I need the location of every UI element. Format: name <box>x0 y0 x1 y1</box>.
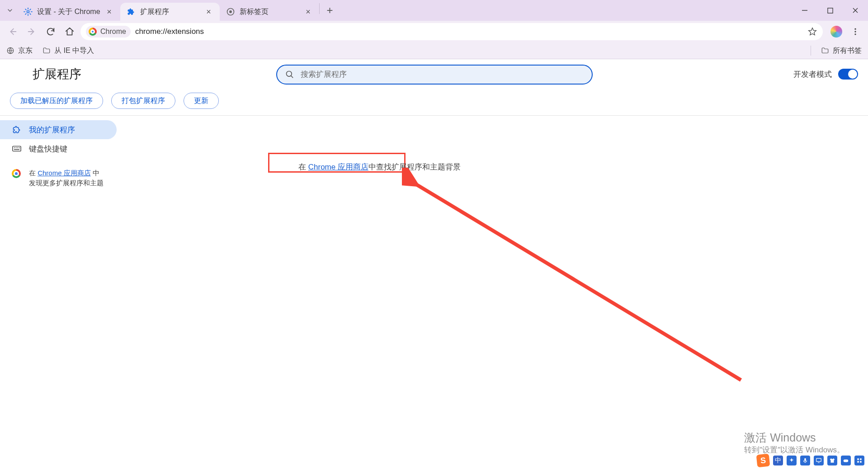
update-extensions-button[interactable]: 更新 <box>184 93 219 109</box>
tab-separator <box>319 3 320 14</box>
arrow-left-icon <box>8 27 18 37</box>
window-maximize-button[interactable] <box>817 1 843 19</box>
gamepad-icon <box>843 457 849 464</box>
tshirt-icon <box>829 457 835 464</box>
ime-language-button[interactable]: 中 <box>773 456 783 465</box>
bookmark-label: 京东 <box>18 46 33 56</box>
bookmarks-separator <box>811 46 811 56</box>
chrome-webstore-link[interactable]: Chrome 应用商店 <box>308 163 368 171</box>
tab-close-button[interactable]: × <box>304 7 313 16</box>
extensions-search-field[interactable] <box>276 65 593 85</box>
extensions-search-input[interactable] <box>300 70 584 80</box>
svg-point-0 <box>27 11 29 13</box>
tray-display-icon[interactable] <box>814 456 824 465</box>
puzzle-piece-icon <box>12 125 22 135</box>
tab-settings-about-chrome[interactable]: 设置 - 关于 Chrome × <box>17 3 120 21</box>
minimize-icon <box>802 7 808 14</box>
bookmarks-bar: 京东 从 IE 中导入 所有书签 <box>0 42 868 59</box>
svg-point-6 <box>854 33 856 35</box>
gear-icon <box>24 7 33 16</box>
developer-mode-label: 开发者模式 <box>793 69 832 80</box>
keyboard-icon <box>12 144 22 154</box>
svg-rect-9 <box>13 146 21 151</box>
svg-line-10 <box>411 181 741 380</box>
tab-title: 扩展程序 <box>140 7 200 17</box>
tray-grid-icon[interactable] <box>854 456 864 465</box>
chrome-logo-icon <box>10 67 24 81</box>
load-unpacked-button[interactable]: 加载已解压的扩展程序 <box>10 93 103 109</box>
tab-extensions[interactable]: 扩展程序 × <box>120 3 220 21</box>
tab-close-button[interactable]: × <box>105 7 114 16</box>
puzzle-piece-icon <box>127 7 136 16</box>
pack-extension-button[interactable]: 打包扩展程序 <box>111 93 175 109</box>
tabs-container: 设置 - 关于 Chrome × 扩展程序 × 新标签页 × + <box>17 0 338 21</box>
bookmark-star-button[interactable] <box>807 27 817 37</box>
extensions-content: 在 Chrome 应用商店中查找扩展程序和主题背景 <box>117 116 868 188</box>
chrome-newtab-icon <box>226 7 235 16</box>
profile-avatar-button[interactable] <box>828 24 844 40</box>
extensions-sidebar: 我的扩展程序 键盘快捷键 在 Chrome 应用商店 中发现更多扩展程序和主题 <box>0 116 117 188</box>
arrow-right-icon <box>27 27 37 37</box>
chevron-down-icon <box>6 7 14 14</box>
sparkle-icon <box>788 457 795 464</box>
developer-mode-toggle-row: 开发者模式 <box>793 59 858 89</box>
tray-mic-icon[interactable] <box>800 456 810 465</box>
sidebar-item-label: 键盘快捷键 <box>29 144 67 154</box>
bookmark-folder-ie-import[interactable]: 从 IE 中导入 <box>42 46 94 56</box>
omnibox-url: chrome://extensions <box>135 27 204 36</box>
svg-rect-15 <box>860 458 862 460</box>
home-icon <box>65 27 75 37</box>
omnibox[interactable]: Chrome chrome://extensions <box>80 23 823 40</box>
folder-icon <box>821 47 829 55</box>
svg-rect-13 <box>844 460 849 462</box>
browser-menu-button[interactable] <box>847 24 863 40</box>
chrome-webstore-link[interactable]: Chrome 应用商店 <box>38 169 91 177</box>
svg-rect-17 <box>860 461 862 463</box>
chrome-icon <box>89 28 97 36</box>
svg-point-5 <box>854 31 856 32</box>
sidebar-item-keyboard-shortcuts[interactable]: 键盘快捷键 <box>0 139 117 158</box>
nav-reload-button[interactable] <box>42 24 59 40</box>
tray-icon[interactable] <box>787 456 797 465</box>
omnibox-chip-label: Chrome <box>100 28 126 36</box>
nav-back-button[interactable] <box>5 24 21 40</box>
svg-rect-12 <box>816 458 821 461</box>
sogou-ime-icon[interactable]: S <box>756 454 770 468</box>
bookmark-label: 所有书签 <box>833 46 862 56</box>
close-icon <box>852 7 859 14</box>
nav-home-button[interactable] <box>61 24 78 40</box>
mic-icon <box>802 457 808 464</box>
watermark-line1: 激活 Windows <box>744 430 844 445</box>
developer-mode-toggle[interactable] <box>838 69 858 80</box>
tab-close-button[interactable]: × <box>204 7 213 16</box>
tab-new-tab-page[interactable]: 新标签页 × <box>220 3 319 21</box>
bookmark-jd[interactable]: 京东 <box>6 46 33 56</box>
empty-state-message: 在 Chrome 应用商店中查找扩展程序和主题背景 <box>298 162 461 172</box>
annotation-arrow <box>402 168 745 385</box>
svg-rect-3 <box>827 8 832 13</box>
window-close-button[interactable] <box>843 1 868 19</box>
reload-icon <box>46 27 56 37</box>
svg-rect-16 <box>857 461 859 463</box>
window-controls <box>792 0 868 21</box>
new-tab-button[interactable]: + <box>322 3 338 18</box>
tabstrip-overflow-button[interactable] <box>3 3 17 18</box>
sidebar-webstore-text: 在 Chrome 应用商店 中发现更多扩展程序和主题 <box>29 168 106 188</box>
svg-rect-11 <box>804 458 806 461</box>
sidebar-item-my-extensions[interactable]: 我的扩展程序 <box>0 120 117 139</box>
tray-gamepad-icon[interactable] <box>841 456 851 465</box>
nav-forward-button[interactable] <box>24 24 40 40</box>
system-tray: S 中 <box>757 454 864 467</box>
window-minimize-button[interactable] <box>792 1 817 19</box>
omnibox-security-chip[interactable]: Chrome <box>86 26 131 38</box>
bookmark-label: 从 IE 中导入 <box>54 46 94 56</box>
svg-point-4 <box>854 28 856 30</box>
bookmark-all-bookmarks[interactable]: 所有书签 <box>821 46 862 56</box>
avatar-icon <box>830 26 842 38</box>
tab-title: 新标签页 <box>240 7 299 17</box>
sidebar-webstore-hint: 在 Chrome 应用商店 中发现更多扩展程序和主题 <box>0 158 117 188</box>
search-icon <box>285 70 294 79</box>
tray-tshirt-icon[interactable] <box>827 456 837 465</box>
svg-rect-14 <box>857 458 859 460</box>
windows-activation-watermark: 激活 Windows 转到"设置"以激活 Windows。 <box>744 430 844 455</box>
